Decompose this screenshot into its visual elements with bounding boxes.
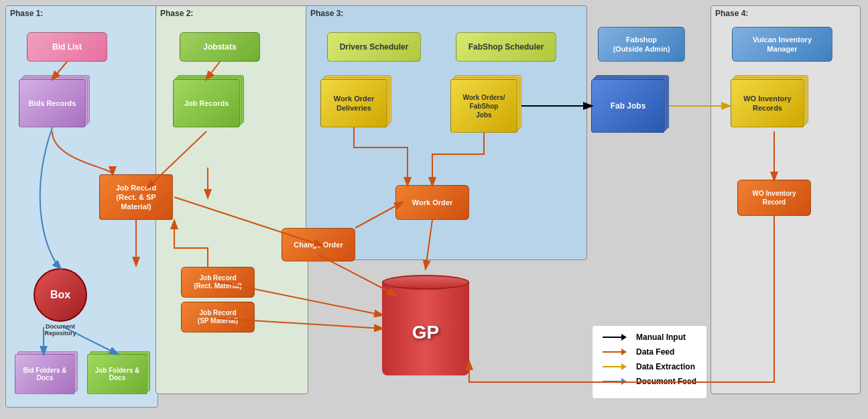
box-doc-repo: Box DocumentRepository xyxy=(34,268,87,337)
legend-data-extraction: Data Extraction xyxy=(603,362,696,371)
job-folders-label: Job Folders & Docs xyxy=(88,367,147,381)
work-orders-fabshop-label: Work Orders/ FabShop Jobs xyxy=(462,93,505,119)
vulcan-inventory-app[interactable]: Vulcan Inventory Manager xyxy=(732,27,832,62)
bid-folders-label: Bid Folders & Docs xyxy=(15,367,74,381)
legend-manual-input: Manual Input xyxy=(603,333,696,342)
phase3-label: Phase 3: xyxy=(310,9,343,18)
job-record-sp: Job Record (SP Material) xyxy=(181,302,255,333)
fabshop-scheduler-app[interactable]: FabShop Scheduler xyxy=(456,32,556,62)
legend-data-feed: Data Feed xyxy=(603,347,696,357)
job-record-sp-label: Job Record (SP Material) xyxy=(198,309,238,325)
wo-inventory-record-label: WO Inventory Record xyxy=(752,189,796,206)
job-record-rect: Job Record (Rect. Material) xyxy=(181,267,255,298)
job-record-rect-sp-label: Job Record (Rect. & SP Material) xyxy=(116,183,157,212)
vulcan-inventory-label: Vulcan Inventory Manager xyxy=(753,35,812,54)
job-record-rect-sp: Job Record (Rect. & SP Material) xyxy=(99,174,173,220)
jobstats-label: Jobstats xyxy=(203,42,236,52)
legend: Manual Input Data Feed Data Extraction D… xyxy=(592,325,707,399)
job-record-rect-label: Job Record (Rect. Material) xyxy=(194,274,242,290)
gp-label: GP xyxy=(382,322,469,343)
work-order: Work Order xyxy=(395,185,469,220)
box-repo-label: Box xyxy=(50,289,70,301)
work-order-deliveries-label: Work Order Deliveries xyxy=(334,94,374,113)
box-repo-circle: Box xyxy=(34,268,87,322)
diagram-container: Phase 1: Phase 2: Phase 3: Phase 4: Bid … xyxy=(0,0,868,419)
change-order-label: Change Order xyxy=(294,241,343,249)
bids-records-label: Bids Records xyxy=(29,99,76,107)
job-records-label: Job Records xyxy=(184,99,229,107)
fab-jobs-label: Fab Jobs xyxy=(611,101,646,111)
fabshop-scheduler-label: FabShop Scheduler xyxy=(469,42,544,52)
phase4-label: Phase 4: xyxy=(715,9,748,18)
wo-inventory-records-label: WO Inventory Records xyxy=(743,94,792,113)
bid-list-label: Bid List xyxy=(52,42,82,52)
legend-document-feed: Document Feed xyxy=(603,377,696,386)
fabshop-outside-app[interactable]: Fabshop (Outside Admin) xyxy=(598,27,685,62)
drivers-scheduler-app[interactable]: Drivers Scheduler xyxy=(327,32,421,62)
box-repo-sublabel: DocumentRepository xyxy=(44,323,76,337)
fabshop-outside-label: Fabshop (Outside Admin) xyxy=(613,35,670,54)
drivers-scheduler-label: Drivers Scheduler xyxy=(340,42,409,52)
work-order-label: Work Order xyxy=(412,198,452,206)
phase1-label: Phase 1: xyxy=(10,9,43,18)
wo-inventory-record: WO Inventory Record xyxy=(737,180,811,216)
jobstats-app[interactable]: Jobstats xyxy=(180,32,260,62)
phase2-box: Phase 2: xyxy=(156,5,308,394)
change-order: Change Order xyxy=(282,228,355,261)
phase2-label: Phase 2: xyxy=(160,9,193,18)
gp-database: GP xyxy=(382,268,469,382)
bid-list-app[interactable]: Bid List xyxy=(27,32,107,62)
